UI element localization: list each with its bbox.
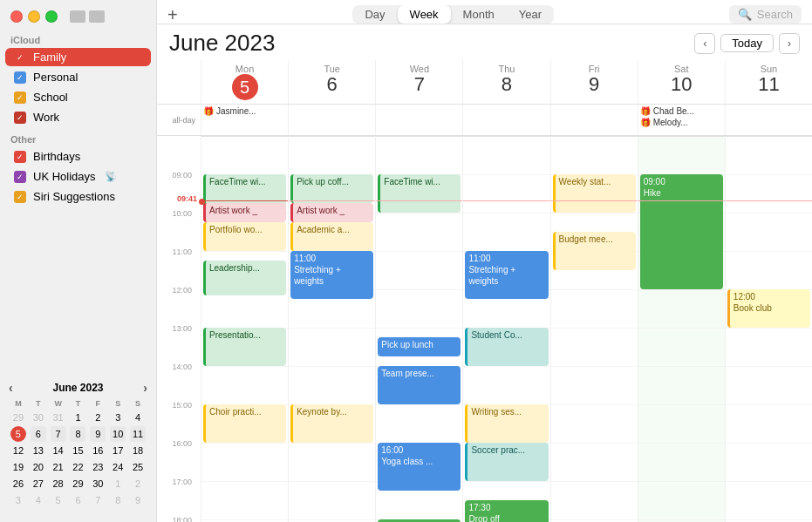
mini-day[interactable]: 9 (90, 426, 106, 442)
mini-day[interactable]: 1 (110, 476, 126, 491)
day-header-thu[interactable]: Thu 8 (462, 60, 549, 104)
mini-day[interactable]: 30 (31, 410, 46, 425)
search-box[interactable]: 🔍 Search (729, 5, 802, 24)
mini-day[interactable]: 16 (90, 443, 106, 458)
sidebar-item-uk-holidays[interactable]: ✓ UK Holidays 📡 (5, 167, 151, 186)
mini-day[interactable]: 14 (51, 443, 66, 458)
mini-day[interactable]: 8 (70, 426, 85, 442)
work-checkbox[interactable]: ✓ (14, 112, 26, 124)
event-block[interactable]: 11:00Stretching +weights (290, 251, 373, 299)
event-block[interactable]: Pick up coff... (290, 174, 373, 203)
mini-day[interactable]: 7 (90, 492, 106, 508)
mini-prev-button[interactable]: ‹ (9, 381, 13, 395)
add-event-button[interactable]: + (167, 6, 178, 24)
mini-day[interactable]: 24 (110, 459, 126, 475)
sidebar-item-birthdays[interactable]: ✓ Birthdays (5, 147, 151, 166)
event-block[interactable]: Soccer prac... (465, 443, 548, 481)
mini-day[interactable]: 25 (130, 459, 146, 475)
mini-day[interactable]: 7 (51, 426, 66, 442)
mini-day[interactable]: 3 (110, 410, 126, 425)
next-week-button[interactable]: › (779, 33, 800, 54)
mini-day[interactable]: 22 (70, 459, 85, 475)
view-year-button[interactable]: Year (507, 5, 554, 24)
day-header-sat[interactable]: Sat 10 (638, 60, 725, 104)
day-header-fri[interactable]: Fri 9 (550, 60, 638, 104)
mini-day[interactable]: 21 (51, 459, 66, 475)
event-block[interactable]: Artist work _ (203, 203, 286, 222)
sidebar-item-family[interactable]: ✓ Family (5, 48, 151, 66)
birthdays-checkbox[interactable]: ✓ (14, 151, 26, 163)
mini-day[interactable]: 12 (10, 443, 26, 458)
allday-event[interactable]: 🎁 Jasmine... (203, 106, 286, 116)
sidebar-item-school[interactable]: ✓ School (5, 88, 151, 106)
event-block[interactable]: 16:00Yoga class ... (378, 443, 461, 491)
sidebar-item-personal[interactable]: ✓ Personal (5, 68, 151, 86)
mini-day[interactable]: 4 (130, 410, 146, 425)
event-block[interactable]: Pick up lunch (378, 337, 461, 356)
event-block[interactable]: Writing ses... (465, 404, 548, 443)
event-block[interactable]: Presentatio... (203, 328, 286, 366)
view-icon[interactable] (89, 10, 105, 23)
event-block[interactable]: 17:30Drop offGrandma... (465, 500, 548, 522)
minimize-button[interactable] (28, 10, 40, 23)
allday-event[interactable]: 🎁 Melody... (640, 118, 723, 127)
mini-day[interactable]: 9 (130, 492, 146, 508)
close-button[interactable] (10, 10, 23, 23)
mini-day[interactable]: 6 (70, 492, 85, 508)
event-block[interactable]: 09:00Hike (640, 174, 723, 289)
mini-day-today[interactable]: 5 (10, 426, 26, 442)
event-block[interactable]: Choir practi... (203, 404, 286, 443)
mini-day[interactable]: 31 (51, 410, 66, 425)
mini-day[interactable]: 17 (110, 443, 126, 458)
mini-next-button[interactable]: › (143, 381, 147, 395)
event-block[interactable]: Student Co... (465, 328, 548, 366)
mini-day[interactable]: 26 (10, 476, 26, 491)
uk-holidays-checkbox[interactable]: ✓ (14, 171, 26, 183)
event-block[interactable]: Budget mee... (553, 232, 636, 270)
day-header-tue[interactable]: Tue 6 (288, 60, 375, 104)
event-block[interactable]: Team prese... (378, 366, 461, 404)
mini-day[interactable]: 23 (90, 459, 106, 475)
event-block[interactable]: Weekly stat... (553, 174, 636, 213)
mini-day[interactable]: 4 (31, 492, 46, 508)
mini-day[interactable]: 29 (10, 410, 26, 425)
family-checkbox[interactable]: ✓ (14, 51, 26, 64)
day-header-wed[interactable]: Wed 7 (375, 60, 462, 104)
event-block[interactable]: Keynote by... (290, 404, 373, 443)
mini-day[interactable]: 6 (31, 426, 46, 442)
mini-day[interactable]: 18 (130, 443, 146, 458)
mini-day[interactable]: 19 (10, 459, 26, 475)
view-month-button[interactable]: Month (451, 5, 507, 24)
siri-checkbox[interactable]: ✓ (14, 191, 26, 203)
mini-day[interactable]: 15 (70, 443, 85, 458)
event-block[interactable]: Portfolio wo... (203, 222, 286, 251)
mini-day[interactable]: 20 (31, 459, 46, 475)
event-block[interactable]: Leadership... (203, 261, 286, 295)
event-block[interactable]: 11:00Stretching +weights (465, 251, 548, 299)
school-checkbox[interactable]: ✓ (14, 92, 26, 104)
mini-day[interactable]: 2 (130, 476, 146, 491)
view-week-button[interactable]: Week (398, 5, 451, 24)
day-header-mon[interactable]: Mon 5 (201, 60, 288, 104)
sidebar-item-siri[interactable]: ✓ Siri Suggestions (5, 187, 151, 206)
prev-week-button[interactable]: ‹ (694, 33, 715, 54)
sidebar-toggle-icon[interactable] (70, 10, 85, 23)
mini-day[interactable]: 10 (110, 426, 126, 442)
event-block[interactable]: Academic a... (290, 222, 373, 251)
sidebar-item-work[interactable]: ✓ Work (5, 108, 151, 126)
today-button[interactable]: Today (720, 34, 774, 52)
day-header-sun[interactable]: Sun 11 (725, 60, 812, 104)
mini-day[interactable]: 5 (51, 492, 66, 508)
allday-event[interactable]: 🎁 Chad Be... (640, 106, 723, 116)
mini-day[interactable]: 1 (70, 410, 85, 425)
event-block[interactable]: FaceTime wi... (378, 174, 461, 213)
mini-day[interactable]: 3 (10, 492, 26, 508)
mini-day[interactable]: 27 (31, 476, 46, 491)
event-block[interactable]: 12:00Book club (727, 289, 810, 328)
mini-day[interactable]: 29 (70, 476, 85, 491)
personal-checkbox[interactable]: ✓ (14, 71, 26, 84)
mini-day[interactable]: 13 (31, 443, 46, 458)
mini-day[interactable]: 8 (110, 492, 126, 508)
mini-day[interactable]: 11 (130, 426, 146, 442)
mini-day[interactable]: 28 (51, 476, 66, 491)
